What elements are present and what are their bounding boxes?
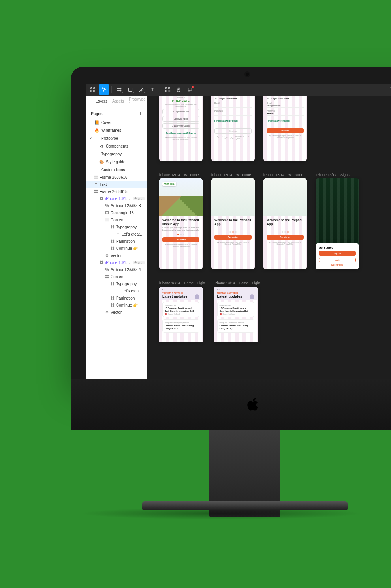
password-field[interactable]: ••••••••••	[267, 112, 304, 116]
subheadline	[214, 227, 252, 229]
login-button[interactable]: Login	[319, 258, 356, 262]
align-button[interactable]	[388, 84, 391, 95]
svg-rect-4	[129, 88, 132, 92]
artboard-login-empty[interactable]: ← Login with email Email Password Forgot…	[211, 96, 255, 161]
tab-prototype[interactable]: Prototype ˄	[129, 97, 146, 106]
terms-text: By continuing you agree PREPSOIL Terms o…	[267, 242, 304, 245]
artboard-title[interactable]: iPhone 13/14 – SignU	[316, 173, 359, 177]
continue-button[interactable]: Continue	[267, 128, 304, 133]
illustration-gardener	[211, 178, 255, 216]
back-icon[interactable]: ←	[214, 97, 217, 100]
comment-tool-button[interactable]	[185, 84, 195, 95]
add-page-button[interactable]: +	[139, 110, 142, 117]
camera-dot	[246, 73, 249, 76]
skip-link[interactable]: Skip for now	[319, 264, 356, 266]
layer-row[interactable]: Text	[86, 181, 147, 188]
resources-button[interactable]	[163, 84, 173, 95]
avatar[interactable]	[195, 294, 199, 299]
artboard-welcome[interactable]: Welcome to PREPSOIL Lorem ipsum dolor si…	[159, 96, 203, 161]
move-tool-button[interactable]	[99, 84, 109, 95]
artboard-title[interactable]: iPhone 13/14 – Home – Light	[159, 281, 205, 285]
pen-tool-button[interactable]	[136, 84, 147, 95]
login-google-button[interactable]: G Login with Google	[162, 123, 199, 129]
tab-assets[interactable]: Assets	[112, 99, 124, 103]
figma-app: Layers Assets Prototype ˄ Pages + 📙Cover…	[86, 84, 391, 379]
get-started-button[interactable]: Get started	[267, 235, 304, 240]
layer-row[interactable]: iPhone 13/14 – Welc…Li…	[86, 195, 147, 202]
imac-frame: Layers Assets Prototype ˄ Pages + 📙Cover…	[71, 67, 391, 379]
signup-link[interactable]: Don't have an account? Sign up	[162, 132, 199, 134]
artboard-title[interactable]: iPhone 13/14 – Welcome	[159, 173, 203, 177]
layer-row[interactable]: Continue 👉	[86, 245, 147, 252]
email-field[interactable]	[214, 104, 252, 108]
layer-row[interactable]: Vector	[86, 252, 147, 259]
email-field[interactable]: Test@gmail.com	[267, 104, 304, 108]
layer-row[interactable]: Rectangle 18	[86, 209, 147, 216]
page-item[interactable]: Custom icons	[86, 166, 147, 174]
card-kicker: Living Lab / Lab exploring methods	[165, 322, 197, 324]
back-icon[interactable]: ←	[267, 97, 269, 100]
artboard-title[interactable]: iPhone 13/14 – Welcome	[263, 173, 307, 177]
page-item[interactable]: Typography	[86, 150, 147, 158]
avatar[interactable]	[250, 294, 254, 299]
layer-row[interactable]: Content	[86, 216, 147, 223]
artboard-welcome-3[interactable]: Welcome to the Prepsoil App Get started …	[263, 178, 307, 269]
layer-row[interactable]: Pagination	[86, 238, 147, 245]
screen: Layers Assets Prototype ˄ Pages + 📙Cover…	[86, 84, 391, 379]
feed-card[interactable]: Knowledge Hub 10 Common Practices and th…	[217, 302, 254, 317]
feed-card[interactable]: Living Lab / Lab exploring methods Lorra…	[217, 319, 254, 333]
page-item[interactable]: 📙Cover	[86, 118, 147, 126]
artboard-signup[interactable]: Get started SignUp Login Skip for now	[316, 178, 359, 269]
page-item[interactable]: 🔥Wireframes	[86, 126, 147, 134]
feed-card[interactable]: Knowledge Hub 10 Common Practices and th…	[162, 302, 199, 317]
layer-row[interactable]: Typography	[86, 280, 147, 287]
card-meta: Source: SoilBook	[165, 313, 197, 315]
card-kicker: Knowledge Hub	[165, 304, 197, 306]
login-email-button[interactable]: ✉ Login with Email	[162, 109, 199, 114]
get-started-button[interactable]: Get started	[214, 235, 252, 240]
forgot-link[interactable]: Forgot password? Reset	[267, 120, 304, 122]
layer-row[interactable]: Let's create a sp…	[86, 287, 147, 294]
layer-row[interactable]: iPhone 13/14 – Welc…Li…	[86, 259, 147, 266]
frame-tool-button[interactable]	[114, 84, 124, 95]
artboard-welcome-2[interactable]: Welcome to the Prepsoil App Get started …	[211, 178, 255, 269]
layer-row[interactable]: Continue 👉	[86, 301, 147, 309]
artboard-title[interactable]: iPhone 13/14 – Home – Light	[214, 281, 260, 285]
layer-row[interactable]: Frame 2608616	[86, 174, 147, 181]
pagination	[214, 231, 252, 233]
page-item[interactable]: 🎨Style guide	[86, 158, 147, 166]
artboard-login-filled[interactable]: ← Login with email Email Test@gmail.com …	[263, 96, 307, 161]
artboard-home-2[interactable]: 9:41●●● ▮ TUESDAY 3 OCTOBER Latest updat…	[214, 287, 258, 342]
signup-button[interactable]: SignUp	[319, 251, 356, 256]
feed-card[interactable]: Living Lab / Lab exploring methods Lorra…	[162, 319, 199, 333]
artboard-welcome-1[interactable]: PREP SOIL Welcome to the Prepsoil Mobile…	[159, 178, 203, 269]
shape-tool-button[interactable]	[125, 84, 135, 95]
layer-row[interactable]: Vector	[86, 309, 147, 316]
figma-menu-button[interactable]	[88, 84, 98, 95]
layer-row[interactable]: Pagination	[86, 294, 147, 301]
login-apple-button[interactable]: Login with Apple	[162, 116, 199, 122]
canvas[interactable]: Welcome to PREPSOIL Lorem ipsum dolor si…	[147, 96, 391, 379]
home-header: 9:41●●● ▮ TUESDAY 3 OCTOBER Latest updat…	[159, 287, 203, 300]
layer-row[interactable]: Artboard 2@3× 4	[86, 266, 147, 273]
login-title: Login with email	[271, 97, 289, 100]
artboard-title[interactable]: iPhone 13/14 – Welcome	[211, 173, 255, 177]
page-item[interactable]: ⚙Components	[86, 142, 147, 150]
layer-row[interactable]: Content	[86, 273, 147, 280]
hand-tool-button[interactable]	[174, 84, 184, 95]
layer-row[interactable]: Frame 2608615	[86, 188, 147, 195]
get-started-button[interactable]: Get started	[162, 237, 199, 242]
page-heading: Latest updates	[162, 294, 199, 298]
layer-row[interactable]: Artboard 2@3× 3	[86, 202, 147, 209]
layer-row[interactable]: Let's create a sp…	[86, 230, 147, 238]
page-item[interactable]: Prototype	[86, 134, 147, 142]
card-title: Lorraine Smart Cities Living Lab (LSCLL)	[165, 324, 197, 330]
password-field[interactable]	[214, 112, 252, 116]
headline: Welcome to the Prepsoil App	[267, 218, 304, 226]
text-tool-button[interactable]	[147, 84, 158, 95]
tab-layers[interactable]: Layers	[96, 99, 107, 103]
artboard-home-1[interactable]: 9:41●●● ▮ TUESDAY 3 OCTOBER Latest updat…	[159, 287, 203, 342]
forgot-link[interactable]: Forgot password? Reset	[214, 120, 252, 122]
layer-row[interactable]: Typography	[86, 223, 147, 230]
layers-list: Frame 2608616TextFrame 2608615iPhone 13/…	[86, 174, 147, 379]
